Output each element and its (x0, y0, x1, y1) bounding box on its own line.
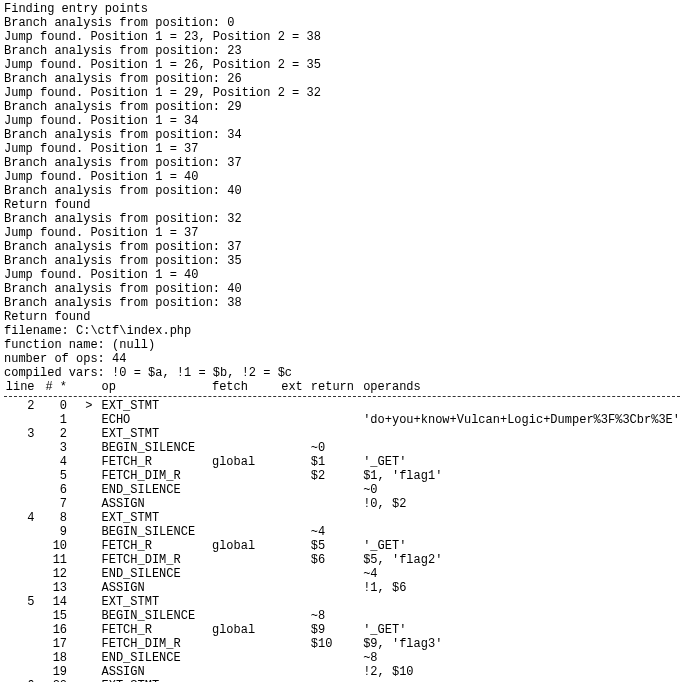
preamble-line: Jump found. Position 1 = 26, Position 2 … (4, 58, 688, 72)
cell-op: EXT_STMT (102, 595, 212, 609)
preamble-line: Branch analysis from position: 29 (4, 100, 688, 114)
cell-gt (85, 413, 101, 427)
cell-return (311, 651, 363, 665)
preamble-line: Branch analysis from position: 35 (4, 254, 688, 268)
vld-dump: Finding entry pointsBranch analysis from… (0, 0, 692, 682)
cell-return: $10 (311, 637, 363, 651)
cell-star (75, 595, 85, 609)
cell-operands: '_GET' (363, 455, 688, 469)
cell-star (75, 455, 85, 469)
cell-gt (85, 427, 101, 441)
cell-fetch (212, 511, 278, 525)
table-row: 16FETCH_Rglobal$9'_GET' (4, 623, 688, 637)
cell-hash: 13 (43, 581, 75, 595)
cell-operands: 'do+you+know+Vulcan+Logic+Dumper%3F%3Cbr… (363, 413, 688, 427)
table-row: 3BEGIN_SILENCE~0 (4, 441, 688, 455)
cell-fetch (212, 609, 278, 623)
cell-op: END_SILENCE (102, 483, 212, 497)
cell-return: $5 (311, 539, 363, 553)
cell-star (75, 525, 85, 539)
preamble-line: Return found (4, 310, 688, 324)
table-row: 17FETCH_DIM_R$10$9, 'flag3' (4, 637, 688, 651)
cell-star (75, 497, 85, 511)
cell-hash: 17 (43, 637, 75, 651)
cell-hash: 12 (43, 567, 75, 581)
cell-return (311, 581, 363, 595)
cell-operands (363, 595, 688, 609)
cell-return (311, 399, 363, 413)
cell-ext (278, 441, 310, 455)
cell-operands (363, 399, 688, 413)
cell-gt (85, 665, 101, 679)
cell-ext (278, 567, 310, 581)
cell-hash: 4 (43, 455, 75, 469)
table-row: 20>EXT_STMT (4, 399, 688, 413)
cell-star (75, 399, 85, 413)
cell-fetch (212, 525, 278, 539)
cell-star (75, 413, 85, 427)
cell-operands: !0, $2 (363, 497, 688, 511)
preamble-line: Branch analysis from position: 34 (4, 128, 688, 142)
cell-hash: 6 (43, 483, 75, 497)
preamble-line: Jump found. Position 1 = 37 (4, 226, 688, 240)
cell-gt (85, 441, 101, 455)
cell-line: 5 (4, 595, 43, 609)
cell-hash: 9 (43, 525, 75, 539)
cell-fetch (212, 441, 278, 455)
cell-star (75, 665, 85, 679)
cell-gt (85, 567, 101, 581)
preamble-line: Branch analysis from position: 37 (4, 156, 688, 170)
cell-ext (278, 483, 310, 497)
col-line: line (4, 380, 43, 394)
cell-line (4, 567, 43, 581)
cell-fetch (212, 553, 278, 567)
cell-fetch (212, 651, 278, 665)
cell-operands (363, 441, 688, 455)
cell-return (311, 567, 363, 581)
table-row: 6END_SILENCE~0 (4, 483, 688, 497)
cell-op: END_SILENCE (102, 567, 212, 581)
cell-return: ~8 (311, 609, 363, 623)
table-row: 19ASSIGN!2, $10 (4, 665, 688, 679)
col-fetch: fetch (212, 380, 278, 394)
cell-star (75, 441, 85, 455)
cell-star (75, 581, 85, 595)
preamble-line: Finding entry points (4, 2, 688, 16)
cell-line (4, 553, 43, 567)
cell-star (75, 539, 85, 553)
cell-return: ~4 (311, 525, 363, 539)
table-row: 514EXT_STMT (4, 595, 688, 609)
cell-line (4, 581, 43, 595)
function-label: function name: (4, 338, 105, 352)
cell-op: FETCH_DIM_R (102, 553, 212, 567)
cell-op: BEGIN_SILENCE (102, 441, 212, 455)
table-row: 13ASSIGN!1, $6 (4, 581, 688, 595)
cell-star (75, 511, 85, 525)
cell-star (75, 609, 85, 623)
cell-gt (85, 455, 101, 469)
col-operands: operands (363, 380, 688, 394)
cell-line (4, 413, 43, 427)
cell-gt (85, 595, 101, 609)
cell-ext (278, 497, 310, 511)
cell-star (75, 637, 85, 651)
cell-fetch (212, 581, 278, 595)
preamble-line: Jump found. Position 1 = 23, Position 2 … (4, 30, 688, 44)
cell-ext (278, 623, 310, 637)
cell-gt (85, 651, 101, 665)
cell-line: 2 (4, 399, 43, 413)
cell-line: 3 (4, 427, 43, 441)
cell-hash: 2 (43, 427, 75, 441)
preamble-line: Branch analysis from position: 0 (4, 16, 688, 30)
cell-star (75, 427, 85, 441)
cell-hash: 15 (43, 609, 75, 623)
cell-hash: 3 (43, 441, 75, 455)
cell-line (4, 665, 43, 679)
cell-line (4, 651, 43, 665)
cell-fetch (212, 469, 278, 483)
preamble-line: Return found (4, 198, 688, 212)
cell-operands: !2, $10 (363, 665, 688, 679)
filename-label: filename: (4, 324, 69, 338)
cell-fetch: global (212, 623, 278, 637)
cell-operands (363, 525, 688, 539)
